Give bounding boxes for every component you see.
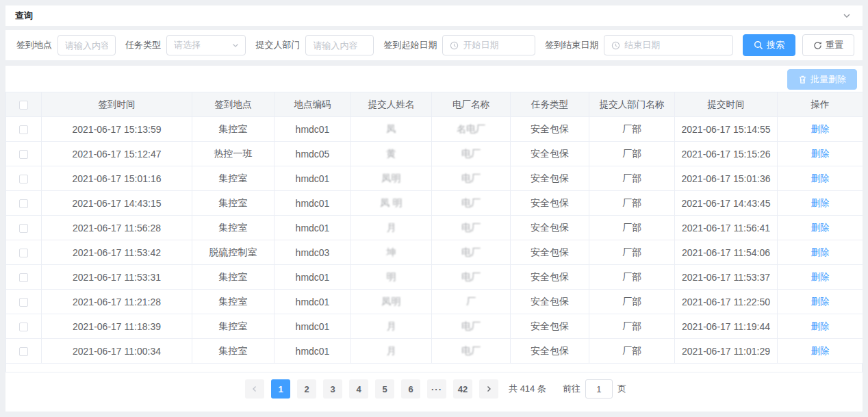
row-checkbox[interactable] — [19, 323, 28, 331]
cell-plant: 电厂 — [432, 265, 511, 290]
delete-link[interactable]: 删除 — [811, 149, 830, 159]
task-type-select[interactable]: 请选择 — [166, 35, 246, 55]
cell-plant: 电厂 — [432, 339, 511, 364]
delete-link[interactable]: 删除 — [811, 296, 830, 307]
cell-actions: 删除 — [778, 216, 863, 240]
task-type-placeholder: 请选择 — [174, 39, 201, 51]
cell-dept: 厂部 — [589, 314, 675, 339]
row-checkbox[interactable] — [19, 298, 28, 307]
cell-actions: 删除 — [778, 339, 863, 364]
search-button[interactable]: 搜索 — [743, 34, 795, 56]
page-button-3[interactable]: 3 — [323, 379, 342, 399]
cell-signin-time: 2021-06-17 15:12:47 — [42, 142, 192, 166]
delete-link[interactable]: 删除 — [811, 124, 830, 134]
row-checkbox[interactable] — [19, 199, 28, 208]
goto-page-input[interactable] — [585, 379, 613, 399]
reset-button-label: 重置 — [826, 39, 843, 51]
cell-task: 安全包保 — [511, 166, 589, 191]
table-header-row: 签到时间 签到地点 地点编码 提交人姓名 电厂名称 任务类型 提交人部门名称 提… — [6, 92, 863, 117]
search-icon — [754, 40, 763, 50]
cell-plant: 电厂 — [432, 166, 511, 191]
table-bottom-strip — [5, 364, 863, 372]
prev-page-button[interactable] — [245, 379, 264, 399]
cell-actions: 删除 — [778, 166, 863, 191]
page-button-5[interactable]: 5 — [375, 379, 394, 399]
cell-code: hmdc03 — [275, 240, 351, 265]
more-pages-button[interactable]: ··· — [427, 379, 446, 399]
cell-submit-time: 2021-06-17 15:01:36 — [675, 166, 778, 191]
cell-location: 集控室 — [192, 166, 275, 191]
cell-task: 安全包保 — [511, 314, 589, 339]
cell-plant: 电厂 — [432, 142, 511, 166]
cell-signin-time: 2021-06-17 15:13:59 — [42, 117, 192, 142]
cell-signin-time: 2021-06-17 15:01:16 — [42, 166, 192, 191]
chevron-down-icon — [231, 41, 240, 49]
row-checkbox[interactable] — [19, 175, 28, 184]
cell-dept: 厂部 — [589, 290, 675, 314]
table-row: 2021-06-17 11:18:39 集控室 hmdc01 月 电厂 安全包保… — [6, 314, 863, 339]
cell-code: hmdc01 — [275, 166, 351, 191]
cell-name: 凤明 — [351, 166, 432, 191]
signin-location-input[interactable] — [58, 35, 116, 55]
delete-link[interactable]: 删除 — [811, 272, 830, 282]
refresh-icon — [813, 41, 822, 50]
collapse-panel-button[interactable] — [841, 10, 853, 22]
page-button-42[interactable]: 42 — [453, 379, 472, 399]
delete-link[interactable]: 删除 — [811, 223, 830, 233]
row-checkbox[interactable] — [19, 249, 28, 257]
delete-link[interactable]: 删除 — [811, 321, 830, 331]
reset-button[interactable]: 重置 — [802, 34, 854, 56]
batch-delete-button[interactable]: 批量删除 — [787, 69, 857, 90]
submitter-dept-label: 提交人部门 — [255, 39, 300, 51]
row-checkbox[interactable] — [19, 125, 28, 134]
submitter-dept-input[interactable] — [305, 35, 374, 55]
col-plant-name: 电厂名称 — [432, 92, 511, 117]
row-checkbox[interactable] — [19, 273, 28, 282]
select-all-checkbox[interactable] — [19, 101, 28, 110]
cell-name: 凤明 — [351, 290, 432, 314]
cell-actions: 删除 — [778, 240, 863, 265]
cell-check — [6, 240, 42, 265]
cell-submit-time: 2021-06-17 15:15:26 — [675, 142, 778, 166]
cell-task: 安全包保 — [511, 265, 589, 290]
cell-task: 安全包保 — [511, 290, 589, 314]
total-count: 共 414 条 — [509, 383, 546, 395]
cell-location: 集控室 — [192, 216, 275, 240]
goto-label: 前往 — [563, 383, 580, 395]
signin-start-date-label: 签到起始日期 — [383, 39, 437, 51]
page-button-6[interactable]: 6 — [401, 379, 420, 399]
trash-icon — [798, 75, 807, 84]
end-date-placeholder: 结束日期 — [624, 39, 660, 51]
delete-link[interactable]: 删除 — [811, 247, 830, 257]
select-all-cell — [6, 92, 42, 117]
row-checkbox[interactable] — [19, 224, 28, 233]
delete-link[interactable]: 删除 — [811, 198, 830, 208]
cell-dept: 厂部 — [589, 216, 675, 240]
batch-delete-label: 批量删除 — [810, 73, 846, 86]
delete-link[interactable]: 删除 — [811, 346, 830, 356]
cell-code: hmdc01 — [275, 117, 351, 142]
cell-code: hmdc01 — [275, 339, 351, 364]
cell-signin-time: 2021-06-17 11:00:34 — [42, 339, 192, 364]
row-checkbox[interactable] — [19, 150, 28, 159]
cell-check — [6, 314, 42, 339]
cell-submit-time: 2021-06-17 11:56:41 — [675, 216, 778, 240]
cell-check — [6, 339, 42, 364]
page-button-4[interactable]: 4 — [349, 379, 368, 399]
cell-dept: 厂部 — [589, 240, 675, 265]
row-checkbox[interactable] — [19, 347, 28, 356]
signin-end-date-input[interactable]: 结束日期 — [604, 35, 733, 55]
signin-start-date-input[interactable]: 开始日期 — [442, 35, 535, 55]
col-actions: 操作 — [778, 92, 863, 117]
delete-link[interactable]: 删除 — [811, 173, 830, 184]
query-panel-header: 查询 — [5, 5, 863, 26]
cell-code: hmdc01 — [275, 290, 351, 314]
cell-code: hmdc01 — [275, 314, 351, 339]
cell-name: 坤 — [351, 240, 432, 265]
cell-plant: 电厂 — [432, 191, 511, 216]
page-button-2[interactable]: 2 — [297, 379, 316, 399]
cell-actions: 删除 — [778, 290, 863, 314]
next-page-button[interactable] — [479, 379, 498, 399]
cell-check — [6, 265, 42, 290]
page-button-1[interactable]: 1 — [271, 379, 290, 399]
